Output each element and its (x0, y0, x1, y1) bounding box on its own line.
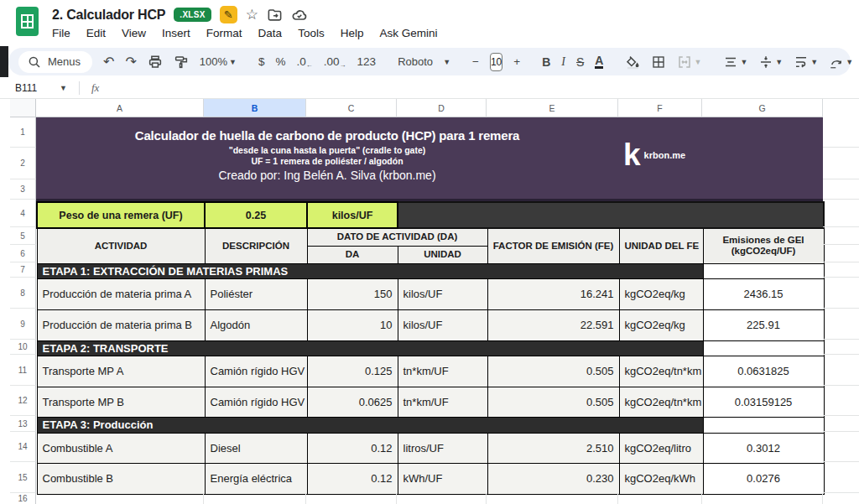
cell-g10[interactable] (703, 340, 824, 356)
cell-unidad-fe[interactable]: kgCO2eq/kg (619, 278, 703, 309)
cell-c4[interactable]: kilos/UF (307, 202, 398, 228)
cloud-status-icon[interactable] (291, 7, 308, 23)
text-wrap-button[interactable]: ▼ (794, 55, 818, 70)
row-header-5[interactable]: 5 (10, 227, 36, 245)
strikethrough-button[interactable]: S (576, 55, 584, 69)
row-header-15[interactable]: 15 (10, 462, 36, 493)
column-header-c[interactable]: C (306, 99, 397, 117)
cell-da[interactable]: 0.12 (307, 463, 398, 494)
right-filler-gridlines[interactable] (823, 117, 859, 504)
cell-unidad[interactable]: tn*km/UF (398, 387, 487, 417)
menus-search-button[interactable]: Menus (18, 51, 92, 73)
cell-actividad[interactable]: Producción de materia prima A (37, 278, 205, 309)
print-icon[interactable] (148, 55, 163, 70)
increase-decimals-button[interactable]: .00→ (324, 55, 346, 69)
header-descripcion[interactable]: DESCRIPCIÓN (205, 228, 307, 263)
section-etapa2[interactable]: ETAPA 2: TRANSPORTE (37, 340, 703, 356)
cell-emisiones[interactable]: 2436.15 (703, 278, 824, 309)
cell-unidad-fe[interactable]: kgCO2eq/tn*km (619, 356, 703, 387)
cell-emisiones[interactable]: 0.03159125 (703, 387, 824, 417)
font-select[interactable]: Roboto▼ (398, 55, 450, 68)
cell-g7[interactable] (703, 263, 824, 278)
cell-unidad-fe[interactable]: kgCO2eq/litro (619, 433, 703, 463)
cell-emisiones[interactable]: 0.0631825 (703, 356, 824, 387)
cell-unidad-fe[interactable]: kgCO2eq/tn*km (619, 387, 703, 417)
cell-unidad[interactable]: tn*km/UF (398, 356, 487, 387)
column-header-d[interactable]: D (397, 99, 487, 117)
cell-fe[interactable]: 0.230 (487, 463, 619, 494)
office-compatibility-icon[interactable]: ✎ (220, 6, 237, 23)
cell-descripcion[interactable]: Diesel (205, 433, 307, 463)
column-header-a[interactable]: A (36, 99, 204, 117)
paint-format-icon[interactable] (174, 55, 189, 70)
cell-actividad[interactable]: Transporte MP B (37, 387, 205, 417)
header-da[interactable]: DA (307, 246, 398, 263)
menu-help[interactable]: Help (341, 27, 364, 39)
cell-actividad[interactable]: Transporte MP A (37, 356, 205, 387)
cell-actividad[interactable]: Combustible A (37, 433, 205, 463)
header-factor-emision[interactable]: FACTOR DE EMISIÓN (FE) (487, 228, 619, 263)
row-header-9[interactable]: 9 (10, 309, 36, 340)
row-header-6[interactable]: 6 (10, 245, 36, 262)
borders-icon[interactable] (651, 55, 666, 70)
zoom-select[interactable]: 100%▼ (200, 55, 237, 68)
header-actividad[interactable]: ACTIVIDAD (37, 228, 205, 263)
section-etapa3[interactable]: ETAPA 3: Producción (37, 417, 703, 433)
decrease-font-size-button[interactable]: − (472, 55, 479, 68)
row-header-12[interactable]: 12 (10, 386, 36, 416)
cell-unidad[interactable]: kilos/UF (398, 309, 487, 340)
empty-row-16-gridlines[interactable] (36, 493, 823, 504)
cell-unidad[interactable]: kilos/UF (398, 278, 487, 309)
cell-da[interactable]: 0.0625 (307, 387, 398, 417)
cell-a4[interactable]: Peso de una remera (UF) (37, 202, 205, 228)
menu-format[interactable]: Format (206, 27, 242, 39)
sheets-logo-icon[interactable] (16, 7, 39, 36)
cell-unidad[interactable]: litros/UF (398, 433, 487, 463)
menu-view[interactable]: View (122, 27, 146, 39)
row-header-2[interactable]: 2 (10, 148, 36, 179)
menu-edit[interactable]: Edit (86, 27, 106, 39)
percent-format-button[interactable]: % (276, 55, 286, 68)
row-header-7[interactable]: 7 (10, 262, 36, 278)
title-banner[interactable]: Calculador de huella de carbono de produ… (36, 117, 823, 201)
cell-emisiones[interactable]: 225.91 (703, 309, 824, 340)
move-folder-icon[interactable] (267, 7, 283, 23)
cell-fe[interactable]: 0.505 (487, 387, 619, 417)
header-emisiones[interactable]: Emisiones de GEI (kgCO2eq/UF) (703, 228, 824, 263)
increase-font-size-button[interactable]: + (513, 55, 520, 68)
fill-color-icon[interactable] (625, 55, 640, 70)
cell-b4[interactable]: 0.25 (205, 202, 307, 228)
menu-insert[interactable]: Insert (162, 27, 190, 39)
column-header-f[interactable]: F (618, 99, 702, 117)
menu-file[interactable]: File (52, 27, 70, 39)
header-dato-actividad[interactable]: DATO DE ACTIVIDAD (DA) (307, 228, 487, 246)
select-all-corner[interactable] (10, 99, 36, 117)
vertical-align-button[interactable]: ▼ (758, 55, 783, 70)
text-color-button[interactable]: A (595, 55, 603, 70)
row-header-8[interactable]: 8 (10, 278, 36, 309)
italic-button[interactable]: I (561, 55, 565, 69)
section-etapa1[interactable]: ETAPA 1: EXTRACCIÓN DE MATERIAS PRIMAS (37, 263, 703, 278)
cell-da[interactable]: 150 (307, 278, 398, 309)
column-header-e[interactable]: E (487, 99, 618, 117)
header-unidad[interactable]: UNIDAD (398, 246, 487, 263)
cell-emisiones[interactable]: 0.3012 (703, 433, 824, 463)
header-unidad-fe[interactable]: UNIDAD DEL FE (619, 228, 703, 263)
cell-g13[interactable] (703, 417, 824, 433)
cell-fe[interactable]: 16.241 (487, 278, 619, 309)
number-format-button[interactable]: 123 (357, 55, 377, 68)
cell-da[interactable]: 0.12 (307, 433, 398, 463)
cell-unidad[interactable]: kWh/UF (398, 463, 487, 494)
row-header-11[interactable]: 11 (10, 355, 36, 386)
row-header-16[interactable]: 16 (10, 493, 36, 504)
menu-ask-gemini[interactable]: Ask Gemini (379, 27, 437, 39)
cell-descripcion[interactable]: Algodón (205, 309, 307, 340)
cells-d4-g4[interactable] (398, 202, 824, 228)
menu-data[interactable]: Data (258, 27, 283, 39)
decrease-decimals-button[interactable]: .0← (297, 55, 313, 69)
star-icon[interactable]: ☆ (246, 8, 258, 22)
cell-descripcion[interactable]: Poliéster (205, 278, 307, 309)
cell-fe[interactable]: 2.510 (487, 433, 619, 463)
document-title[interactable]: 2. Calculador HCP (52, 8, 165, 23)
cell-fe[interactable]: 22.591 (487, 309, 619, 340)
